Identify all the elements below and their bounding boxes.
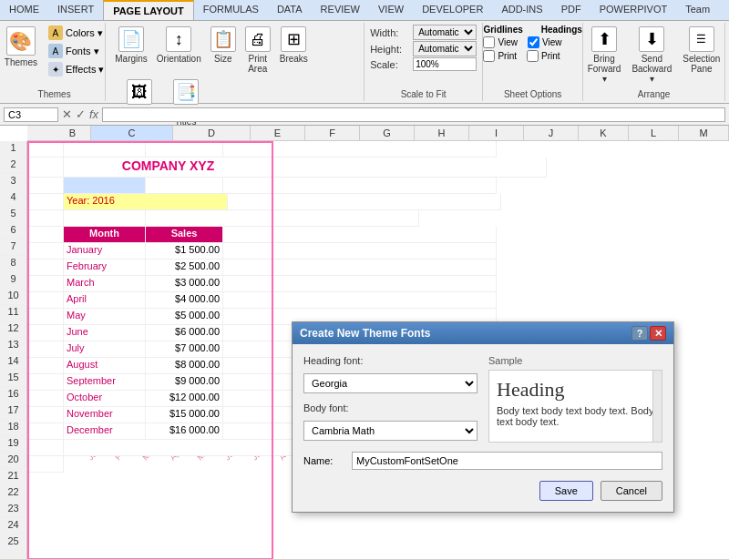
cell-d13-jul-sales[interactable]: $7 000.00 — [146, 341, 223, 358]
fx-cancel-icon[interactable]: ✕ — [62, 107, 72, 121]
cell-b18[interactable] — [27, 423, 64, 440]
cell-rest-2[interactable] — [273, 158, 547, 178]
cell-d11-may-sales[interactable]: $5 000.00 — [146, 309, 223, 325]
tab-formulas[interactable]: FORMULAS — [194, 0, 268, 20]
cell-c10-apr[interactable]: April — [64, 292, 146, 309]
cell-c14-aug[interactable]: August — [64, 358, 146, 374]
cell-c8-feb[interactable]: February — [64, 260, 146, 276]
cell-b11[interactable] — [27, 309, 64, 325]
cell-c4-year[interactable]: Year: 2016 — [64, 194, 228, 210]
cell-b1[interactable] — [27, 141, 64, 158]
gridlines-view-check[interactable] — [483, 36, 495, 48]
body-font-select[interactable]: Cambria Math — [303, 421, 477, 441]
cell-c5[interactable] — [64, 210, 146, 227]
cell-rest-5[interactable] — [146, 210, 419, 227]
cell-b8[interactable] — [27, 260, 64, 276]
cell-d14-aug-sales[interactable]: $8 000.00 — [146, 358, 223, 374]
send-backward-btn[interactable]: ⬇ SendBackward ▾ — [628, 25, 675, 86]
themes-btn[interactable]: 🎨 Themes — [1, 25, 41, 69]
tab-add-ins[interactable]: ADD-INS — [492, 0, 551, 20]
cell-b5[interactable] — [27, 210, 64, 227]
cell-b2[interactable] — [27, 158, 64, 178]
size-btn[interactable]: 📋 Size — [207, 25, 240, 66]
cell-d8-feb-sales[interactable]: $2 500.00 — [146, 260, 223, 276]
cell-rest-10[interactable] — [223, 292, 497, 309]
cell-c17-nov[interactable]: November — [64, 407, 146, 423]
cell-b3[interactable] — [27, 178, 64, 194]
headings-print-check[interactable] — [527, 50, 539, 62]
print-area-btn[interactable]: 🖨 PrintArea — [241, 25, 274, 76]
cell-rest-6[interactable] — [223, 227, 497, 243]
tab-data[interactable]: DATA — [268, 0, 312, 20]
fonts-btn[interactable]: A Fonts ▾ — [45, 43, 108, 59]
cell-b4[interactable] — [27, 194, 64, 210]
cell-c3[interactable] — [64, 178, 146, 194]
cell-c9-mar[interactable]: March — [64, 276, 146, 292]
gridlines-print-check[interactable] — [483, 50, 495, 62]
cell-b13[interactable] — [27, 341, 64, 358]
tab-insert[interactable]: INSERT — [48, 0, 103, 20]
cell-c16-oct[interactable]: October — [64, 391, 146, 407]
cell-rest-1[interactable] — [223, 141, 497, 158]
cell-d16-oct-sales[interactable]: $12 000.00 — [146, 391, 223, 407]
cell-c18-dec[interactable]: December — [64, 423, 146, 440]
cell-b9[interactable] — [27, 276, 64, 292]
cell-b17[interactable] — [27, 407, 64, 423]
cell-d6-sales-header[interactable]: Sales — [146, 227, 223, 243]
cell-c11-may[interactable]: May — [64, 309, 146, 325]
cell-b16[interactable] — [27, 391, 64, 407]
tab-review[interactable]: REVIEW — [312, 0, 369, 20]
name-box[interactable] — [4, 107, 58, 122]
selection-pane-btn[interactable]: ☰ SelectionPane — [679, 25, 724, 76]
heading-font-select[interactable]: Georgia — [303, 373, 477, 393]
headings-view-check[interactable] — [528, 36, 539, 48]
cell-b15[interactable] — [27, 374, 64, 391]
name-input[interactable] — [352, 452, 662, 470]
cell-b12[interactable] — [27, 325, 64, 341]
tab-powerpivot[interactable]: POWERPIVOT — [590, 0, 677, 20]
height-select[interactable]: Automatic — [413, 41, 477, 56]
cell-c1[interactable] — [64, 141, 146, 158]
colors-btn[interactable]: A Colors ▾ — [45, 25, 108, 41]
sample-scrollbar[interactable] — [652, 371, 662, 442]
cell-c13-jul[interactable]: July — [64, 341, 146, 358]
cell-rest-9[interactable] — [223, 276, 497, 292]
cell-rest-3[interactable] — [223, 178, 497, 194]
cell-c2-company[interactable]: COMPANY XYZ — [64, 158, 273, 178]
cell-d15-sep-sales[interactable]: $9 000.00 — [146, 374, 223, 391]
dialog-close-btn[interactable]: ✕ — [650, 326, 666, 341]
breaks-btn[interactable]: ⊞ Breaks — [276, 25, 312, 66]
orientation-btn[interactable]: ↕ Orientation — [153, 25, 205, 66]
tab-home[interactable]: HOME — [0, 0, 48, 20]
cancel-button[interactable]: Cancel — [601, 481, 662, 501]
cell-b10[interactable] — [27, 292, 64, 309]
tab-developer[interactable]: DEVELOPER — [413, 0, 492, 20]
formula-input[interactable] — [102, 107, 725, 122]
cell-c6-month-header[interactable]: Month — [64, 227, 146, 243]
fx-icon[interactable]: fx — [89, 107, 98, 121]
tab-pdf[interactable]: PDF — [552, 0, 590, 20]
cell-d12-jun-sales[interactable]: $6 000.00 — [146, 325, 223, 341]
cell-c7-jan[interactable]: January — [64, 243, 146, 260]
cell-b19[interactable] — [27, 440, 64, 456]
width-select[interactable]: Automatic — [413, 25, 477, 40]
cell-rest-4[interactable] — [228, 194, 501, 210]
bring-forward-btn[interactable]: ⬆ BringForward ▾ — [584, 25, 625, 86]
tab-view[interactable]: VIEW — [369, 0, 413, 20]
cell-rest-7[interactable] — [223, 243, 497, 260]
cell-d9-mar-sales[interactable]: $3 000.00 — [146, 276, 223, 292]
effects-btn[interactable]: ✦ Effects ▾ — [45, 61, 108, 77]
dialog-help-btn[interactable]: ? — [631, 326, 648, 341]
cell-rest-8[interactable] — [223, 260, 497, 276]
save-button[interactable]: Save — [539, 481, 593, 501]
cell-c15-sep[interactable]: September — [64, 374, 146, 391]
cell-d1[interactable] — [146, 141, 223, 158]
cell-d10-apr-sales[interactable]: $4 000.00 — [146, 292, 223, 309]
tab-team[interactable]: Team — [676, 0, 719, 20]
fx-confirm-icon[interactable]: ✓ — [76, 107, 86, 121]
scale-input[interactable] — [413, 57, 477, 71]
cell-b7[interactable] — [27, 243, 64, 260]
cell-c12-jun[interactable]: June — [64, 325, 146, 341]
tab-page-layout[interactable]: PAGE LAYOUT — [103, 0, 194, 20]
cell-d18-dec-sales[interactable]: $16 000.00 — [146, 423, 223, 440]
